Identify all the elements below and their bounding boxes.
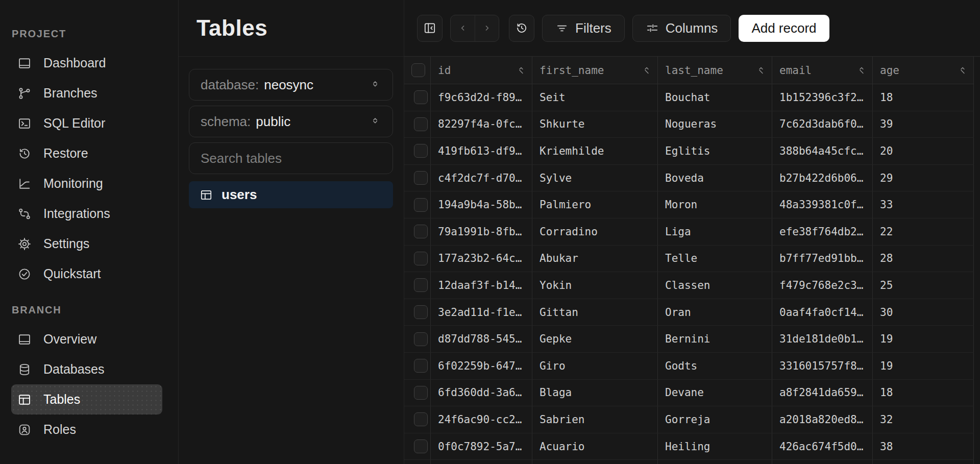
cell-last_name[interactable]: Telle [658,246,772,272]
cell-first_name[interactable] [532,460,658,464]
cell-email[interactable]: efe38f764db2… [772,218,873,245]
next-page-button[interactable] [475,15,499,41]
cell-last_name[interactable]: Godts [658,353,772,379]
cell-email[interactable]: 388b64a45cfc… [772,138,873,164]
cell-age[interactable]: 22 [873,218,974,245]
cell-id[interactable]: c4f2dc7f-d70… [431,165,532,191]
cell-first_name[interactable]: Blaga [532,380,658,406]
sidebar-item-restore[interactable]: Restore [11,138,162,168]
sort-icon[interactable] [641,65,652,76]
cell-id[interactable]: 79a1991b-8fb… [431,218,532,245]
cell-last_name[interactable]: Liga [658,218,772,245]
cell-age[interactable]: 30 [873,299,974,326]
cell-age[interactable]: 28 [873,246,974,272]
cell-age[interactable]: 20 [873,138,974,164]
cell-email[interactable]: 48a339381c0f… [772,191,873,218]
cell-id[interactable]: f9c63d2d-f89… [431,84,532,111]
cell-email[interactable]: a8f2841da659… [772,380,873,406]
cell-first_name[interactable]: Acuario [532,433,658,460]
column-header-last_name[interactable]: last_name [658,57,772,84]
sort-icon[interactable] [516,65,527,76]
cell-id[interactable]: 6fd360dd-3a6… [431,380,532,406]
cell-id[interactable]: 194a9b4a-58b… [431,191,532,218]
cell-email[interactable] [772,460,873,464]
cell-id[interactable] [431,460,532,464]
sidebar-item-tables[interactable]: Tables [11,384,162,414]
cell-last_name[interactable]: Eglitis [658,138,772,164]
cell-last_name[interactable]: Devane [658,380,772,406]
column-header-email[interactable]: email [772,57,873,84]
database-selector[interactable]: database: neosync [189,69,393,101]
schema-selector[interactable]: schema: public [189,106,393,137]
column-header-id[interactable]: id [431,57,532,84]
sort-icon[interactable] [856,65,867,76]
sidebar-item-sql-editor[interactable]: SQL Editor [11,108,162,138]
sidebar-item-overview[interactable]: Overview [11,324,162,354]
cell-last_name[interactable]: Boveda [658,165,772,191]
history-button[interactable] [509,15,534,42]
collapse-panel-button[interactable] [417,15,443,42]
cell-age[interactable]: 18 [873,84,974,111]
cell-first_name[interactable]: Abukar [532,246,658,272]
cell-email[interactable]: b27b422d6b06… [772,165,873,191]
cell-email[interactable]: 1b152396c3f2… [772,84,873,111]
sidebar-item-dashboard[interactable]: Dashboard [11,48,162,78]
cell-last_name[interactable]: Nogueras [658,111,772,138]
cell-last_name[interactable]: Moron [658,191,772,218]
table-list-item-users[interactable]: users [189,181,393,208]
cell-first_name[interactable]: Yokin [532,272,658,299]
cell-age[interactable]: 18 [873,380,974,406]
cell-email[interactable]: 426ac674f5d0… [772,433,873,460]
cell-age[interactable]: 39 [873,111,974,138]
cell-email[interactable]: 7c62d3dab6f0… [772,111,873,138]
cell-age[interactable]: 19 [873,326,974,352]
cell-last_name[interactable]: Bouchat [658,84,772,111]
cell-id[interactable]: d87dd788-545… [431,326,532,352]
sort-icon[interactable] [755,65,767,76]
previous-page-button[interactable] [451,15,475,41]
row-checkbox[interactable] [414,171,428,185]
cell-first_name[interactable]: Kriemhilde [532,138,658,164]
sidebar-item-databases[interactable]: Databases [11,354,162,384]
cell-last_name[interactable]: Oran [658,299,772,326]
row-checkbox[interactable] [414,386,428,400]
cell-age[interactable]: 32 [873,406,974,433]
sidebar-item-branches[interactable]: Branches [11,78,162,108]
cell-first_name[interactable]: Gepke [532,326,658,352]
cell-age[interactable]: 19 [873,353,974,379]
cell-email[interactable]: 3316015757f8… [772,353,873,379]
sidebar-item-roles[interactable]: Roles [11,414,162,445]
row-checkbox[interactable] [414,359,428,373]
filters-button[interactable]: Filters [542,15,625,42]
cell-first_name[interactable]: Seit [532,84,658,111]
sidebar-item-quickstart[interactable]: Quickstart [11,259,162,289]
row-checkbox[interactable] [414,332,428,346]
cell-first_name[interactable]: Gittan [532,299,658,326]
cell-last_name[interactable]: Heiling [658,433,772,460]
column-header-age[interactable]: age [873,57,974,84]
cell-email[interactable]: 31de181de0b1… [772,326,873,352]
cell-age[interactable] [873,460,974,464]
select-all-checkbox[interactable] [411,63,425,77]
sort-icon[interactable] [957,65,968,76]
cell-id[interactable]: 3e2ad11d-f1e… [431,299,532,326]
cell-email[interactable]: a2018a820ed8… [772,406,873,433]
row-checkbox[interactable] [414,225,428,238]
cell-id[interactable]: 24f6ac90-cc2… [431,406,532,433]
cell-email[interactable]: 0aaf4fa0cf14… [772,299,873,326]
cell-id[interactable]: 6f02259b-647… [431,353,532,379]
cell-id[interactable]: 12daaf3f-b14… [431,272,532,299]
row-checkbox[interactable] [414,117,428,131]
row-checkbox[interactable] [414,198,428,212]
cell-id[interactable]: 82297f4a-0fc… [431,111,532,138]
sidebar-item-settings[interactable]: Settings [11,229,162,259]
row-checkbox[interactable] [414,305,428,319]
sidebar-item-integrations[interactable]: Integrations [11,199,162,229]
cell-last_name[interactable]: Gorreja [658,406,772,433]
cell-email[interactable]: b7ff77ed91bb… [772,246,873,272]
cell-id[interactable]: 419fb613-df9… [431,138,532,164]
cell-first_name[interactable]: Sylve [532,165,658,191]
cell-last_name[interactable]: Bernini [658,326,772,352]
add-record-button[interactable]: Add record [739,15,829,42]
row-checkbox[interactable] [414,278,428,292]
